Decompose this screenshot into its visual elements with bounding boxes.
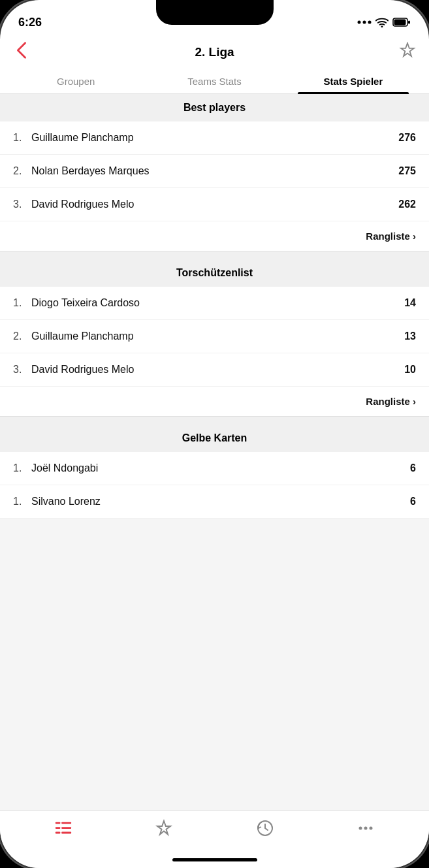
- section-torschuetzenlist: Torschützenlist 1. Diogo Teixeira Cardos…: [0, 259, 429, 417]
- svg-rect-10: [61, 827, 71, 829]
- phone-screen: 6:26: [0, 0, 429, 868]
- player-row: 1. Guillaume Planchamp 276: [0, 121, 429, 155]
- player-score: 10: [404, 364, 416, 376]
- player-rank: 2.: [13, 165, 31, 177]
- section-title-torschuetzenlist: Torschützenlist: [176, 267, 253, 278]
- rangliste-row-torschuetzen[interactable]: Rangliste ›: [0, 387, 429, 417]
- player-score: 6: [410, 496, 416, 507]
- player-row: 3. David Rodrigues Melo 10: [0, 353, 429, 387]
- player-rank: 1.: [13, 462, 31, 474]
- svg-point-15: [364, 827, 367, 830]
- player-name: David Rodrigues Melo: [31, 199, 398, 210]
- phone-frame: 6:26: [0, 0, 429, 868]
- section-best-players: Best players 1. Guillaume Planchamp 276 …: [0, 94, 429, 251]
- player-row: 1. Joël Ndongabi 6: [0, 452, 429, 485]
- player-rank: 3.: [13, 364, 31, 376]
- section-divider: [0, 251, 429, 259]
- list-icon: [54, 819, 72, 837]
- bottom-tab-list[interactable]: [13, 819, 114, 837]
- svg-rect-7: [56, 822, 60, 824]
- svg-rect-5: [394, 20, 406, 25]
- section-divider-2: [0, 417, 429, 425]
- wifi-icon: [375, 17, 389, 27]
- svg-rect-9: [56, 827, 60, 829]
- rangliste-link-torschuetzen[interactable]: Rangliste ›: [366, 396, 416, 407]
- player-score: 13: [404, 330, 416, 342]
- clock-icon: [256, 819, 274, 837]
- player-rank: 1.: [13, 496, 31, 507]
- player-name: Joël Ndongabi: [31, 462, 410, 474]
- svg-point-1: [363, 21, 366, 24]
- ellipsis-icon: [357, 819, 375, 837]
- tab-groupen[interactable]: Groupen: [7, 69, 145, 93]
- tab-teams-stats[interactable]: Teams Stats: [145, 69, 283, 93]
- svg-rect-12: [61, 832, 71, 834]
- player-score: 14: [404, 297, 416, 309]
- bottom-tab-history[interactable]: [215, 819, 315, 837]
- svg-point-3: [381, 25, 383, 27]
- section-title-best-players: Best players: [183, 102, 246, 113]
- svg-rect-8: [61, 822, 71, 824]
- home-indicator: [172, 858, 257, 861]
- nav-title: 2. Liga: [195, 45, 234, 59]
- section-header-gelbe-karten: Gelbe Karten: [0, 425, 429, 452]
- player-rank: 3.: [13, 199, 31, 210]
- star-button[interactable]: [399, 42, 416, 63]
- player-rank: 1.: [13, 132, 31, 144]
- tabs-bar: Groupen Teams Stats Stats Spieler: [0, 69, 429, 94]
- player-row: 2. Guillaume Planchamp 13: [0, 320, 429, 353]
- player-name: Nolan Berdayes Marques: [31, 165, 398, 177]
- battery-icon: [392, 18, 411, 27]
- section-title-gelbe-karten: Gelbe Karten: [182, 432, 247, 443]
- bottom-tab-more[interactable]: [315, 819, 416, 837]
- player-score: 262: [398, 199, 416, 210]
- player-score: 275: [398, 165, 416, 177]
- player-rank: 1.: [13, 297, 31, 309]
- section-header-best-players: Best players: [0, 94, 429, 121]
- player-row: 3. David Rodrigues Melo 262: [0, 188, 429, 221]
- section-gelbe-karten: Gelbe Karten 1. Joël Ndongabi 6 1. Silva…: [0, 425, 429, 519]
- section-header-torschuetzenlist: Torschützenlist: [0, 259, 429, 287]
- player-name: Diogo Teixeira Cardoso: [31, 297, 404, 309]
- svg-point-16: [369, 827, 372, 830]
- player-name: David Rodrigues Melo: [31, 364, 404, 376]
- svg-point-2: [368, 21, 372, 24]
- svg-point-0: [358, 21, 361, 24]
- player-score: 276: [398, 132, 416, 144]
- player-name: Guillaume Planchamp: [31, 132, 398, 144]
- star-icon: [155, 819, 173, 837]
- status-icons: [357, 17, 411, 27]
- player-rank: 2.: [13, 330, 31, 342]
- player-score: 6: [410, 462, 416, 474]
- rangliste-link-best[interactable]: Rangliste ›: [366, 231, 416, 242]
- back-button[interactable]: [13, 39, 30, 66]
- bottom-tab-favorites[interactable]: [114, 819, 214, 837]
- player-name: Guillaume Planchamp: [31, 330, 404, 342]
- rangliste-row-best[interactable]: Rangliste ›: [0, 221, 429, 251]
- svg-point-14: [358, 827, 362, 830]
- player-row: 2. Nolan Berdayes Marques 275: [0, 155, 429, 188]
- signal-icon: [357, 18, 372, 26]
- svg-rect-6: [408, 21, 410, 24]
- svg-rect-11: [56, 832, 60, 834]
- player-name: Silvano Lorenz: [31, 496, 410, 507]
- main-content: Best players 1. Guillaume Planchamp 276 …: [0, 94, 429, 816]
- notch: [156, 0, 274, 25]
- player-row: 1. Diogo Teixeira Cardoso 14: [0, 287, 429, 320]
- nav-bar: 2. Liga: [0, 35, 429, 69]
- tab-stats-spieler[interactable]: Stats Spieler: [284, 69, 422, 93]
- player-row: 1. Silvano Lorenz 6: [0, 485, 429, 519]
- status-time: 6:26: [18, 16, 42, 29]
